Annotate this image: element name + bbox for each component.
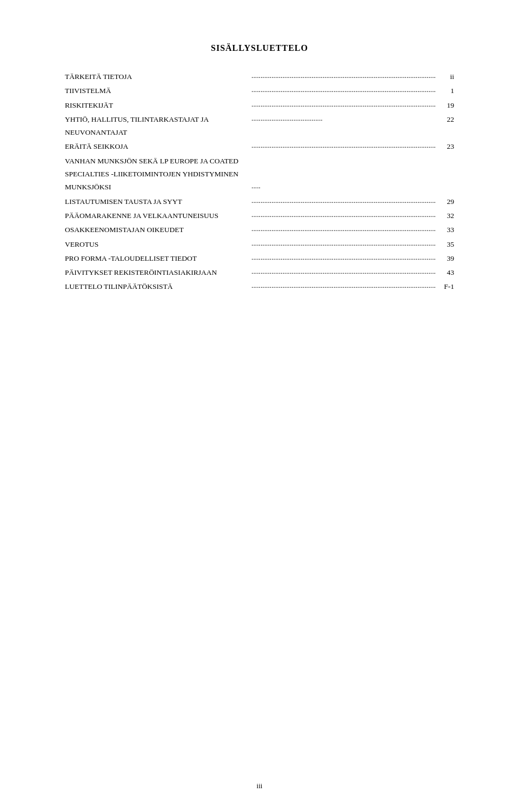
toc-item: ERÄITÄ SEIKKOJA ........................…	[65, 140, 454, 153]
toc-item: PRO FORMA -TALOUDELLISET TIEDOT ........…	[65, 252, 454, 265]
toc-dots: ........................................…	[251, 279, 436, 292]
toc-item: OSAKKEENOMISTAJAN OIKEUDET .............…	[65, 223, 454, 236]
toc-page: 35	[438, 238, 454, 251]
toc-dots: ........................................…	[251, 83, 436, 96]
toc-page: 23	[438, 140, 454, 153]
toc-label: LISTAUTUMISEN TAUSTA JA SYYT	[65, 195, 249, 208]
toc-dots: ........................................…	[251, 194, 436, 207]
toc-dots: ........................................…	[251, 139, 436, 152]
toc-dots: .......................................	[251, 112, 436, 125]
toc-item: TIIVISTELMÄ ............................…	[65, 84, 454, 97]
toc-page: 33	[438, 223, 454, 236]
toc-dots: ........................................…	[251, 222, 436, 235]
toc-item: PÄIVITYKSET REKISTERÖINTIASIAKIRJAAN ...…	[65, 266, 454, 279]
toc-item: LUETTELO TILINPÄÄTÖKSISTÄ ..............…	[65, 280, 454, 293]
toc-dots: ........................................…	[251, 208, 436, 221]
toc-label: RISKITEKIJÄT	[65, 99, 249, 112]
toc-item: VEROTUS ................................…	[65, 238, 454, 251]
toc-dots: ........................................…	[251, 98, 436, 111]
toc-label: TIIVISTELMÄ	[65, 84, 249, 97]
toc-item: PÄÄOMARAKENNE JA VELKAANTUNEISUUS ......…	[65, 209, 454, 222]
toc-dots: ........................................…	[251, 265, 436, 278]
toc-dots: ........................................…	[251, 237, 436, 250]
page: SISÄLLYSLUETTELO TÄRKEITÄ TIETOJA ......…	[0, 0, 519, 812]
toc-item: YHTIÖ, HALLITUS, TILINTARKASTAJAT JA NEU…	[65, 113, 454, 140]
toc-page: 32	[438, 209, 454, 222]
toc-label: VEROTUS	[65, 238, 249, 251]
page-title: SISÄLLYSLUETTELO	[65, 43, 454, 53]
table-of-contents: TÄRKEITÄ TIETOJA .......................…	[65, 70, 454, 295]
toc-dots: .....	[251, 180, 436, 193]
toc-item: VANHAN MUNKSJÖN SEKÄ LP EUROPE JA COATED…	[65, 155, 454, 194]
toc-item: TÄRKEITÄ TIETOJA .......................…	[65, 70, 454, 83]
toc-label: ERÄITÄ SEIKKOJA	[65, 140, 249, 153]
toc-dots: ........................................…	[251, 69, 436, 82]
toc-label: LUETTELO TILINPÄÄTÖKSISTÄ	[65, 280, 249, 293]
toc-page: 29	[438, 195, 454, 208]
toc-page: 1	[438, 84, 454, 97]
toc-label: PRO FORMA -TALOUDELLISET TIEDOT	[65, 252, 249, 265]
toc-dots: ........................................…	[251, 251, 436, 264]
toc-label: PÄÄOMARAKENNE JA VELKAANTUNEISUUS	[65, 209, 249, 222]
toc-item: LISTAUTUMISEN TAUSTA JA SYYT ...........…	[65, 195, 454, 208]
page-footer: iii	[0, 782, 519, 790]
toc-page: 39	[438, 252, 454, 265]
toc-page: F-1	[438, 280, 454, 293]
toc-page: 43	[438, 266, 454, 279]
toc-label: YHTIÖ, HALLITUS, TILINTARKASTAJAT JA NEU…	[65, 113, 249, 140]
toc-label: TÄRKEITÄ TIETOJA	[65, 70, 249, 83]
toc-label: OSAKKEENOMISTAJAN OIKEUDET	[65, 223, 249, 236]
toc-item: RISKITEKIJÄT ...........................…	[65, 99, 454, 112]
toc-page: ii	[438, 70, 454, 83]
toc-label: PÄIVITYKSET REKISTERÖINTIASIAKIRJAAN	[65, 266, 249, 279]
toc-page: 19	[438, 99, 454, 112]
toc-page: 22	[438, 113, 454, 126]
toc-label: VANHAN MUNKSJÖN SEKÄ LP EUROPE JA COATED…	[65, 155, 249, 194]
